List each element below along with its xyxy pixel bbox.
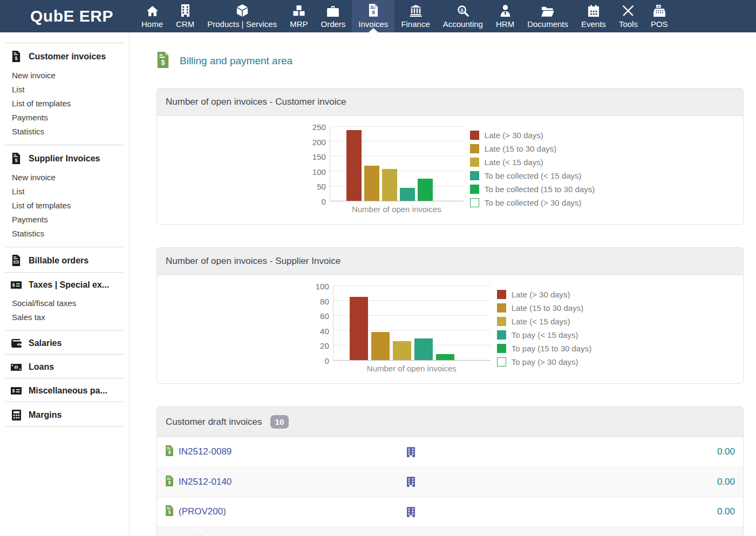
nav-label: Finance bbox=[401, 19, 430, 29]
legend-item: To pay (< 15 days) bbox=[497, 330, 591, 340]
legend-item: Late (> 30 days) bbox=[497, 290, 591, 299]
supplier-invoices-bar-chart: 020406080100 Number of open invoices Lat… bbox=[309, 286, 591, 383]
y-tick-label: 150 bbox=[312, 153, 326, 161]
chart-legend: Late (> 30 days)Late (15 to 30 days)Late… bbox=[497, 286, 591, 371]
main-content: $ Billing and payment area Number of ope… bbox=[130, 32, 756, 536]
nav-item-products-services[interactable]: Products | Services bbox=[201, 0, 283, 32]
legend-label: To pay (> 30 days) bbox=[512, 357, 578, 367]
calculator-icon bbox=[11, 410, 22, 420]
sidebar-item-payments[interactable]: Payments bbox=[12, 110, 125, 124]
sidebar-heading-miscellaneous-payments[interactable]: $ Miscellaneous pa... bbox=[11, 378, 125, 402]
table-row: $ IN2512-0089 0.00 bbox=[157, 437, 743, 467]
legend-label: To be collected (> 30 days) bbox=[485, 198, 582, 207]
sidebar-section-customer-invoices: $ Customer invoices New invoice List Lis… bbox=[0, 43, 129, 145]
sidebar-item-list[interactable]: List bbox=[12, 184, 125, 198]
sidebar-heading-taxes[interactable]: $ Taxes | Special ex... bbox=[11, 273, 125, 296]
sidebar-heading-customer-invoices[interactable]: $ Customer invoices bbox=[11, 43, 125, 68]
nav-item-finance[interactable]: Finance bbox=[394, 0, 436, 32]
sidebar-heading-billable-orders[interactable]: Billable orders bbox=[11, 247, 125, 272]
sidebar-heading-label: Margins bbox=[29, 410, 62, 420]
landmark-icon bbox=[410, 4, 422, 17]
legend-label: To pay (15 to 30 days) bbox=[512, 344, 591, 353]
panel-supplier-open-invoices: Number of open invoices - Supplier Invoi… bbox=[156, 247, 744, 384]
money-check-icon: $ bbox=[11, 387, 22, 395]
sidebar-item-new-invoice[interactable]: New invoice bbox=[12, 68, 125, 82]
sidebar-heading-label: Loans bbox=[29, 362, 54, 372]
sidebar-item-list-of-templates[interactable]: List of templates bbox=[12, 198, 125, 212]
y-axis: 020406080100 bbox=[309, 286, 329, 361]
cube-icon bbox=[236, 4, 248, 17]
folder-open-icon bbox=[541, 4, 554, 17]
company-building-icon[interactable] bbox=[407, 447, 415, 457]
table-row: $ IN2512-0140 0.00 bbox=[157, 467, 743, 498]
nav-item-mrp[interactable]: MRP bbox=[283, 0, 314, 32]
invoice-ref-link[interactable]: IN2512-0140 bbox=[179, 477, 231, 487]
nav-item-tools[interactable]: Tools bbox=[612, 0, 644, 32]
y-tick-label: 60 bbox=[320, 312, 329, 320]
sidebar-item-payments[interactable]: Payments bbox=[12, 212, 125, 226]
sidebar-heading-label: Supplier Invoices bbox=[29, 154, 100, 164]
nav-item-orders[interactable]: Orders bbox=[315, 0, 352, 32]
left-sidebar: $ Customer invoices New invoice List Lis… bbox=[0, 32, 130, 536]
sidebar-section-taxes: $ Taxes | Special ex... Social/fiscal ta… bbox=[0, 273, 129, 330]
sidebar-heading-loans[interactable]: $ Loans bbox=[11, 355, 125, 378]
invoice-green-icon: $ bbox=[165, 476, 174, 488]
draft-invoices-header: Customer draft invoices 10 bbox=[157, 407, 743, 437]
customer-invoices-bar-chart: 050100150200250 Number of open invoices … bbox=[305, 127, 595, 224]
legend-label: Late (15 to 30 days) bbox=[485, 144, 556, 153]
y-tick-label: 200 bbox=[312, 138, 326, 146]
home-icon bbox=[146, 4, 159, 17]
sidebar-heading-salaries[interactable]: Salaries bbox=[11, 331, 125, 354]
building-icon bbox=[181, 4, 190, 17]
sidebar-heading-label: Miscellaneous pa... bbox=[29, 386, 107, 396]
y-axis: 050100150200250 bbox=[305, 127, 326, 201]
sidebar-item-statistics[interactable]: Statistics bbox=[12, 226, 125, 240]
legend-item: To pay (15 to 30 days) bbox=[497, 344, 591, 353]
y-tick-label: 100 bbox=[316, 282, 329, 290]
nav-item-pos[interactable]: POS bbox=[644, 0, 675, 32]
nav-item-invoices[interactable]: $ Invoices bbox=[352, 0, 394, 32]
nav-item-events[interactable]: Events bbox=[575, 0, 612, 32]
main-menu: Home CRM Products | Services MRP Orders … bbox=[135, 0, 675, 32]
bars bbox=[346, 130, 451, 201]
sidebar-heading-label: Customer invoices bbox=[29, 52, 106, 62]
invoice-ref-link[interactable]: (PROV200) bbox=[179, 506, 226, 517]
nav-item-home[interactable]: Home bbox=[135, 0, 169, 32]
svg-text:$: $ bbox=[161, 59, 165, 66]
sidebar-item-sales-tax[interactable]: Sales tax bbox=[12, 310, 125, 324]
panel-title: Number of open invoices - Customer invoi… bbox=[157, 89, 743, 116]
sidebar-section-loans: $ Loans bbox=[0, 355, 129, 378]
tools-icon bbox=[622, 4, 634, 17]
invoice-ref-link[interactable]: IN2512-0089 bbox=[179, 446, 231, 457]
sidebar-item-new-invoice[interactable]: New invoice bbox=[12, 170, 125, 184]
legend-swatch bbox=[470, 131, 479, 140]
sidebar-item-social-fiscal-taxes[interactable]: Social/fiscal taxes bbox=[12, 296, 125, 310]
nav-item-accounting[interactable]: $ Accounting bbox=[437, 0, 489, 32]
nav-item-hrm[interactable]: HRM bbox=[489, 0, 521, 32]
sidebar-heading-margins[interactable]: Margins bbox=[11, 402, 125, 426]
search-dollar-icon: $ bbox=[457, 4, 469, 17]
top-navbar: QubE ERP Home CRM Products | Services MR… bbox=[0, 0, 756, 32]
legend-swatch bbox=[497, 290, 506, 299]
y-tick-label: 50 bbox=[317, 182, 326, 191]
svg-text:$: $ bbox=[12, 282, 15, 288]
panel-title: Number of open invoices - Supplier Invoi… bbox=[157, 248, 743, 275]
company-building-icon[interactable] bbox=[407, 477, 415, 487]
sidebar-section-supplier-invoices: $ Supplier Invoices New invoice List Lis… bbox=[0, 145, 129, 247]
sidebar-heading-supplier-invoices[interactable]: $ Supplier Invoices bbox=[11, 145, 125, 170]
sidebar-item-list-of-templates[interactable]: List of templates bbox=[12, 96, 125, 110]
sidebar-heading-label: Billable orders bbox=[29, 256, 88, 266]
company-building-icon[interactable] bbox=[407, 507, 415, 517]
more-link[interactable]: More... (7) bbox=[157, 527, 743, 536]
sidebar-item-list[interactable]: List bbox=[12, 82, 125, 96]
nav-label: HRM bbox=[496, 19, 514, 29]
nav-item-documents[interactable]: Documents bbox=[521, 0, 575, 32]
app-logo[interactable]: QubE ERP bbox=[0, 0, 113, 32]
nav-item-crm[interactable]: CRM bbox=[169, 0, 201, 32]
legend-swatch bbox=[497, 330, 506, 340]
nav-label: CRM bbox=[176, 19, 194, 29]
money-check-icon: $ bbox=[11, 281, 22, 289]
sidebar-item-statistics[interactable]: Statistics bbox=[12, 124, 125, 138]
bar-0 bbox=[350, 297, 368, 360]
bar-3 bbox=[414, 338, 433, 360]
